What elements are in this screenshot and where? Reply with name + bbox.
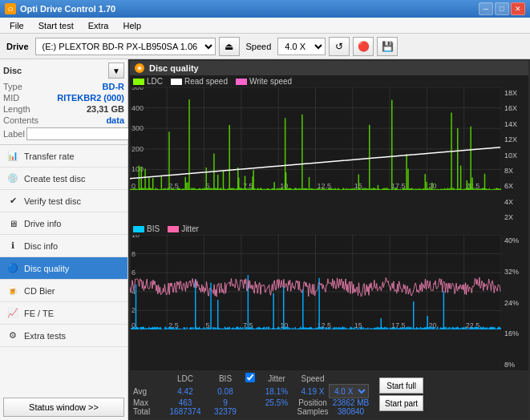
nav-drive-info[interactable]: 🖥 Drive info: [0, 212, 127, 235]
disc-quality-icon: 🔵: [6, 262, 19, 275]
nav-create-test-disc[interactable]: 💿 Create test disc: [0, 168, 127, 190]
y-right-4x: 4X: [504, 198, 527, 206]
y-right-32p: 32%: [504, 268, 527, 276]
toolbar: Drive (E:) PLEXTOR BD-R PX-LB950SA 1.06 …: [0, 34, 530, 59]
y-right-12x: 12X: [504, 135, 527, 143]
avg-ldc-value: 4.42: [165, 384, 205, 398]
ldc-col-header: LDC: [165, 373, 205, 384]
verify-test-disc-icon: ✔: [6, 195, 19, 208]
speed-select[interactable]: 4.0 X: [277, 38, 326, 55]
status-window-button[interactable]: Status window >>: [3, 398, 124, 417]
close-button[interactable]: ✕: [511, 2, 525, 15]
lower-chart-area: 40% 32% 24% 16% 8%: [130, 235, 528, 370]
speed-label: Speed: [243, 42, 275, 51]
samples-value: 380840: [329, 407, 373, 416]
jitter-legend-label: Jitter: [181, 224, 199, 233]
disc-label-label: Label: [3, 129, 25, 139]
y-right-18x: 18X: [504, 89, 527, 97]
menu-file[interactable]: File: [3, 19, 30, 32]
stats-table: LDC BIS Jitter Speed Avg 4.42 0.08 18.1%…: [133, 373, 373, 416]
transfer-rate-icon: 📊: [6, 150, 19, 163]
bis-legend: BIS Jitter: [130, 223, 528, 235]
y-right-2x: 2X: [504, 213, 527, 221]
extra-tests-icon: ⚙: [6, 329, 19, 342]
total-row-label: Total: [133, 407, 165, 416]
legend: LDC Read speed Write speed: [130, 75, 528, 87]
upper-chart-canvas: [130, 87, 501, 190]
disc-label-input[interactable]: [26, 127, 133, 140]
menu-bar: File Start test Extra Help: [0, 18, 530, 34]
nav-cd-bier[interactable]: 🍺 CD Bier: [0, 280, 127, 302]
nav-transfer-rate[interactable]: 📊 Transfer rate: [0, 145, 127, 168]
maximize-button[interactable]: □: [495, 2, 509, 15]
total-bis-value: 32379: [205, 407, 245, 416]
chart-header: ◉ Disc quality: [130, 61, 528, 75]
jitter-col-header: Jitter: [257, 373, 297, 384]
drive-label: Drive: [3, 42, 32, 51]
position-label: Position: [297, 398, 329, 407]
samples-label: Samples: [297, 407, 329, 416]
disc-type-value: BD-R: [103, 82, 125, 91]
position-value: 23862 MB: [329, 398, 373, 407]
avg-jitter-value: 18.1%: [257, 384, 297, 398]
y-right-24p: 24%: [504, 299, 527, 307]
tb-btn2[interactable]: 💾: [377, 37, 398, 56]
left-panel: Disc ▼ Type BD-R MID RITEKBR2 (000) Leng…: [0, 59, 128, 420]
avg-row-label: Avg: [133, 384, 165, 398]
bis-col-header: BIS: [205, 373, 245, 384]
avg-speed-value: 4.19 X: [297, 384, 329, 398]
title-bar: O Opti Drive Control 1.70 ─ □ ✕: [0, 0, 530, 18]
write-speed-legend-label: Write speed: [249, 77, 292, 86]
disc-type-label: Type: [3, 82, 22, 91]
max-jitter-value: 25.5%: [257, 398, 297, 407]
y-right-16x: 16X: [504, 104, 527, 112]
minimize-button[interactable]: ─: [479, 2, 493, 15]
disc-options-button[interactable]: ▼: [108, 63, 124, 79]
disc-info-icon: ℹ: [6, 240, 19, 252]
action-buttons: Start full Start part: [379, 378, 423, 411]
y-right-8p: 8%: [504, 361, 527, 369]
menu-start-test[interactable]: Start test: [32, 19, 80, 32]
disc-contents-label: Contents: [3, 115, 38, 125]
fe-te-icon: 📈: [6, 307, 19, 320]
total-ldc-value: 1687374: [165, 407, 205, 416]
refresh-button[interactable]: ↺: [329, 37, 350, 56]
disc-info-box: Disc ▼ Type BD-R MID RITEKBR2 (000) Leng…: [0, 59, 127, 145]
eject-button[interactable]: ⏏: [219, 37, 240, 56]
max-bis-value: 9: [205, 398, 245, 407]
create-test-disc-icon: 💿: [6, 172, 19, 185]
speed-select-mini[interactable]: 4.0 X: [329, 384, 369, 398]
disc-length-label: Length: [3, 104, 30, 114]
app-icon: O: [5, 3, 16, 14]
nav-fe-te[interactable]: 📈 FE / TE: [0, 302, 127, 325]
jitter-checkbox[interactable]: [245, 373, 255, 382]
jitter-legend-color: [168, 226, 179, 232]
bis-legend-color: [133, 226, 144, 232]
ldc-legend-label: LDC: [147, 77, 163, 86]
menu-help[interactable]: Help: [116, 19, 148, 32]
tb-btn1[interactable]: 🔴: [353, 37, 374, 56]
read-speed-legend-label: Read speed: [184, 77, 228, 86]
drive-select[interactable]: (E:) PLEXTOR BD-R PX-LB950SA 1.06: [35, 38, 216, 55]
disc-contents-value: data: [106, 115, 124, 125]
ldc-legend-color: [133, 79, 144, 85]
y-right-40p: 40%: [504, 236, 527, 244]
y-right-16p: 16%: [504, 329, 527, 337]
max-row-label: Max: [133, 398, 165, 407]
chart-icon: ◉: [135, 63, 144, 73]
stats-area: LDC BIS Jitter Speed Avg 4.42 0.08 18.1%…: [130, 370, 528, 418]
disc-length-value: 23,31 GB: [87, 104, 124, 114]
nav-disc-quality[interactable]: 🔵 Disc quality: [0, 257, 127, 280]
menu-extra[interactable]: Extra: [82, 19, 115, 32]
start-part-button[interactable]: Start part: [379, 395, 423, 411]
y-right-14x: 14X: [504, 120, 527, 128]
nav-extra-tests[interactable]: ⚙ Extra tests: [0, 325, 127, 347]
avg-bis-value: 0.08: [205, 384, 245, 398]
nav-verify-test-disc[interactable]: ✔ Verify test disc: [0, 190, 127, 212]
chart-title: Disc quality: [149, 63, 199, 73]
nav-disc-info[interactable]: ℹ Disc info: [0, 235, 127, 257]
start-full-button[interactable]: Start full: [379, 378, 423, 394]
nav-menu: 📊 Transfer rate 💿 Create test disc ✔ Ver…: [0, 145, 127, 394]
drive-info-icon: 🖥: [6, 217, 19, 230]
y-right-10x: 10X: [504, 151, 527, 160]
